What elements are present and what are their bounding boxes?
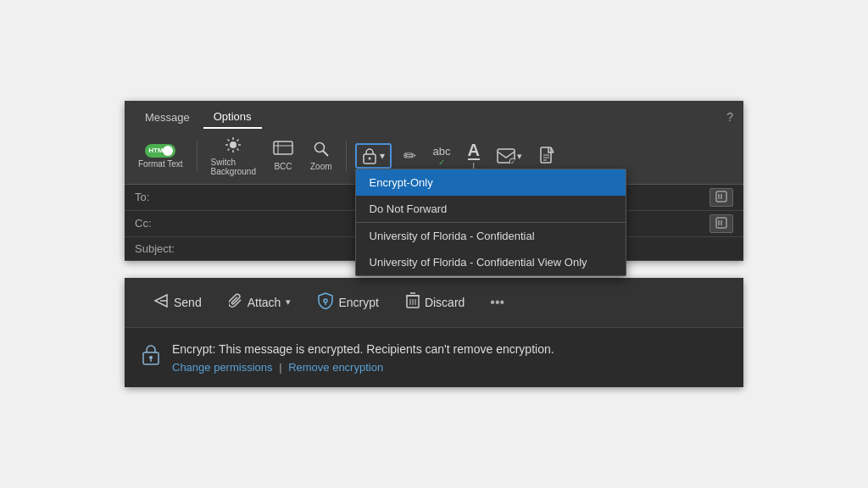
attach-icon	[229, 292, 242, 313]
encrypt-caret-icon: ▾	[380, 150, 385, 162]
send-button[interactable]: Send	[142, 287, 214, 318]
send-label: Send	[174, 296, 202, 309]
uf-confidential-option[interactable]: University of Florida - Confidential	[356, 222, 626, 249]
svg-line-5	[228, 139, 230, 141]
toolbar: HTML Format Text Sw	[125, 129, 743, 185]
svg-point-33	[324, 299, 327, 302]
pen-icon: ✏	[403, 148, 416, 164]
change-permissions-link[interactable]: Change permissions	[172, 361, 273, 374]
tabs-row: Message Options ?	[125, 101, 743, 129]
svg-line-7	[237, 139, 239, 141]
encrypt-only-option[interactable]: Encrypt-Only	[356, 169, 626, 196]
svg-point-12	[314, 143, 324, 152]
toggle-label: HTML	[148, 147, 167, 154]
attach-label: Attach	[248, 296, 281, 309]
tab-options[interactable]: Options	[203, 106, 262, 129]
format-text-button[interactable]: HTML Format Text	[133, 141, 188, 171]
link-separator: |	[279, 361, 285, 374]
zoom-button[interactable]: Zoom	[305, 138, 337, 174]
svg-point-0	[230, 141, 236, 148]
help-icon[interactable]: ?	[726, 110, 733, 124]
do-not-forward-option[interactable]: Do Not Forward	[356, 196, 626, 222]
subject-label: Subject:	[135, 242, 177, 255]
remove-encryption-link[interactable]: Remove encryption	[288, 361, 383, 374]
bcc-label: BCC	[274, 162, 292, 171]
attach-button[interactable]: Attach ▾	[217, 286, 303, 319]
notification-main-text: Encrypt: This message is encrypted. Reci…	[172, 341, 726, 358]
top-panel: Message Options ? HTML Format Text	[125, 101, 743, 261]
svg-line-6	[237, 148, 239, 150]
encrypt-dropdown-wrapper: ▾ Encrypt-Only Do Not Forward University…	[355, 143, 392, 169]
mail-button[interactable]: ✓ ▾	[492, 146, 527, 166]
svg-line-8	[228, 148, 230, 150]
svg-rect-9	[274, 141, 292, 154]
bcc-button[interactable]: BCC	[268, 138, 298, 174]
svg-text:✓: ✓	[510, 159, 515, 164]
encrypt-dropdown-menu: Encrypt-Only Do Not Forward University o…	[355, 169, 626, 276]
encrypt-button[interactable]: Encrypt	[306, 286, 390, 319]
divider-2	[346, 141, 347, 171]
more-button[interactable]: •••	[483, 291, 511, 313]
lock-icon-large	[142, 343, 160, 370]
zoom-label: Zoom	[310, 162, 332, 171]
zoom-icon	[313, 141, 330, 160]
discard-button[interactable]: Discard	[394, 286, 476, 319]
bcc-icon	[273, 141, 293, 160]
abc-text: abc	[433, 145, 451, 158]
uf-confidential-view-option[interactable]: University of Florida - Confidential Vie…	[356, 249, 626, 275]
tab-message[interactable]: Message	[135, 107, 200, 128]
discard-icon	[406, 292, 420, 313]
cc-picker-button[interactable]	[709, 214, 733, 233]
encrypt-label: Encrypt	[338, 296, 378, 309]
encrypt-dropdown-button[interactable]: ▾	[355, 143, 392, 169]
discard-label: Discard	[425, 296, 465, 309]
cc-label: Cc:	[135, 217, 177, 230]
divider-1	[197, 141, 198, 171]
spelling-button[interactable]: abc ✓	[428, 142, 456, 169]
svg-point-15	[368, 158, 370, 160]
shield-icon	[318, 292, 333, 313]
font-a-icon: A	[468, 141, 480, 160]
notification-bar: Encrypt: This message is encrypted. Reci…	[125, 328, 743, 388]
action-bar: Send Attach ▾ Encrypt	[125, 278, 743, 328]
attach-doc-button[interactable]	[534, 144, 561, 168]
to-picker-button[interactable]	[709, 188, 733, 207]
pen-button[interactable]: ✏	[398, 146, 421, 166]
attach-caret: ▾	[286, 297, 291, 308]
bottom-panel: Send Attach ▾ Encrypt	[125, 278, 743, 388]
send-icon	[153, 293, 169, 312]
check-icon: ✓	[438, 158, 445, 167]
to-label: To:	[135, 191, 177, 203]
mail-caret-icon: ▾	[517, 151, 522, 162]
format-text-label: Format Text	[138, 159, 183, 169]
switch-background-label: SwitchBackground	[211, 158, 256, 176]
svg-point-42	[149, 356, 153, 359]
switch-background-button[interactable]: SwitchBackground	[206, 134, 261, 179]
notification-text-block: Encrypt: This message is encrypted. Reci…	[172, 341, 726, 374]
notification-links: Change permissions | Remove encryption	[172, 361, 726, 374]
svg-line-13	[323, 151, 328, 156]
sun-icon	[225, 136, 242, 156]
html-toggle[interactable]: HTML	[145, 144, 175, 158]
